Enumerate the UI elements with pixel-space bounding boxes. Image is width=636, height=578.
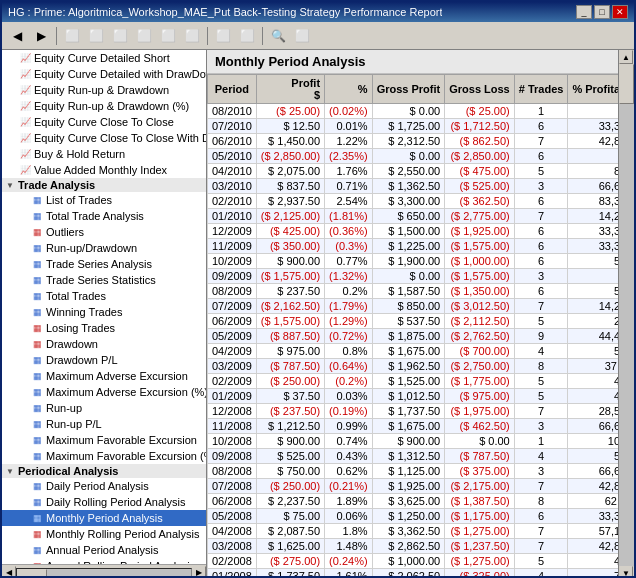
table-row: 04/2009$ 975.000.8%$ 1,675.00($ 700.00)4… [208, 344, 619, 359]
table-cell: 7 [514, 299, 568, 314]
sidebar-item-value-added[interactable]: 📈 Value Added Monthly Index [2, 162, 206, 178]
table-cell: $ 1,725.00 [372, 119, 445, 134]
table-cell: 12/2009 [208, 224, 257, 239]
toolbar-btn-3[interactable]: ⬜ [109, 25, 131, 47]
list-icon-21: ▦ [30, 527, 44, 541]
sidebar-item-equity-runup-pct[interactable]: 📈 Equity Run-up & Drawdown (%) [2, 98, 206, 114]
sidebar-item-equity-runup[interactable]: 📈 Equity Run-up & Drawdown [2, 82, 206, 98]
sidebar-item-label-4: Equity Run-up & Drawdown (%) [34, 100, 189, 112]
table-cell: 02/2010 [208, 194, 257, 209]
sidebar-item-drawdown-pl[interactable]: ▦ Drawdown P/L [2, 352, 206, 368]
sidebar-item-outliers[interactable]: ▦ Outliers [2, 224, 206, 240]
sidebar-item-monthly-rolling[interactable]: ▦ Monthly Rolling Period Analysis [2, 526, 206, 542]
table-cell: $ 237.50 [256, 284, 324, 299]
sidebar-item-label-pl: Drawdown P/L [46, 354, 118, 366]
sidebar-item-daily-rolling[interactable]: ▦ Daily Rolling Period Analysis [2, 494, 206, 510]
list-icon-11: ▦ [30, 353, 44, 367]
data-table-container[interactable]: Period Profit$ % Gross Profit Gross Loss… [207, 74, 618, 578]
table-cell: $ 3,362.50 [372, 524, 445, 539]
sidebar-item-total-trade[interactable]: ▦ Total Trade Analysis [2, 208, 206, 224]
table-cell: 14,29% [568, 299, 618, 314]
table-cell: 10/2009 [208, 254, 257, 269]
table-cell: ($ 2,112.50) [445, 314, 515, 329]
close-button[interactable]: ✕ [612, 5, 628, 19]
table-cell: $ 0.00 [372, 104, 445, 119]
sidebar-item-trade-series-stats[interactable]: ▦ Trade Series Statistics [2, 272, 206, 288]
table-cell: ($ 425.00) [256, 224, 324, 239]
sidebar-item-monthly[interactable]: ▦ Monthly Period Analysis [2, 510, 206, 526]
toolbar-btn-9[interactable]: ⬜ [291, 25, 313, 47]
table-cell: $ 1,675.00 [372, 419, 445, 434]
table-cell: ($ 350.00) [256, 239, 324, 254]
toolbar-btn-4[interactable]: ⬜ [133, 25, 155, 47]
sidebar-item-mfe[interactable]: ▦ Maximum Favorable Excursion [2, 432, 206, 448]
sidebar-item-mae-pct[interactable]: ▦ Maximum Adverse Excursion (%) [2, 384, 206, 400]
title-bar: HG : Prime: Algoritmica_Workshop_MAE_Put… [2, 2, 634, 22]
table-cell: $ 0.00 [372, 269, 445, 284]
scroll-up-btn[interactable]: ▲ [619, 50, 633, 64]
vertical-scrollbar: ▲ ▼ [618, 50, 634, 578]
table-cell: ($ 1,712.50) [445, 119, 515, 134]
table-cell: 4 [514, 569, 568, 579]
toolbar-btn-6[interactable]: ⬜ [181, 25, 203, 47]
sidebar-item-label-winning: Winning Trades [46, 306, 122, 318]
forward-button[interactable]: ▶ [30, 25, 52, 47]
sidebar-item-equity-curve-drawdown[interactable]: 📈 Equity Curve Detailed with DrawDown [2, 66, 206, 82]
table-cell: ($ 2,850.00) [445, 149, 515, 164]
v-scroll-thumb[interactable] [619, 64, 634, 104]
scroll-thumb[interactable] [17, 569, 47, 577]
chart-icon-2: 📈 [18, 67, 32, 81]
sidebar-item-winning[interactable]: ▦ Winning Trades [2, 304, 206, 320]
toolbar-btn-7[interactable]: ⬜ [212, 25, 234, 47]
list-icon-8: ▦ [30, 305, 44, 319]
table-cell: 2.54% [325, 194, 373, 209]
table-cell: 09/2009 [208, 269, 257, 284]
sidebar-item-mfe-pct[interactable]: ▦ Maximum Favorable Excursion (%) [2, 448, 206, 464]
search-button[interactable]: 🔍 [267, 25, 289, 47]
sidebar-item-list-trades[interactable]: ▦ List of Trades [2, 192, 206, 208]
sidebar-item-equity-close[interactable]: 📈 Equity Curve Close To Close [2, 114, 206, 130]
table-cell: $ 12.50 [256, 119, 324, 134]
monthly-analysis-table: Period Profit$ % Gross Profit Gross Loss… [207, 74, 618, 578]
sidebar-item-label-outliers: Outliers [46, 226, 84, 238]
sidebar-item-label-5: Equity Curve Close To Close [34, 116, 174, 128]
table-cell: $ 1,125.00 [372, 464, 445, 479]
table-row: 03/2009($ 787.50)(0.64%)$ 1,962.50($ 2,7… [208, 359, 619, 374]
table-cell: ($ 475.00) [445, 164, 515, 179]
section-trade-analysis[interactable]: ▼ Trade Analysis [2, 178, 206, 192]
sidebar-item-drawdown[interactable]: ▦ Drawdown [2, 336, 206, 352]
section-periodical[interactable]: ▼ Periodical Analysis [2, 464, 206, 478]
scroll-right-btn[interactable]: ▶ [192, 566, 206, 579]
table-cell: (1.79%) [325, 299, 373, 314]
sidebar-item-equity-close-drawdown[interactable]: 📈 Equity Curve Close To Close With Drawd… [2, 130, 206, 146]
sidebar-item-runup-drawdown[interactable]: ▦ Run-up/Drawdown [2, 240, 206, 256]
sidebar-item-mae[interactable]: ▦ Maximum Adverse Excursion [2, 368, 206, 384]
table-cell: 6 [514, 149, 568, 164]
table-cell: 11/2009 [208, 239, 257, 254]
sidebar-item-trade-series[interactable]: ▦ Trade Series Analysis [2, 256, 206, 272]
table-cell: (0.36%) [325, 224, 373, 239]
toolbar-btn-1[interactable]: ⬜ [61, 25, 83, 47]
sidebar-item-annual[interactable]: ▦ Annual Period Analysis [2, 542, 206, 558]
table-cell: 7 [514, 134, 568, 149]
sidebar-item-total-trades[interactable]: ▦ Total Trades [2, 288, 206, 304]
table-cell: 03/2008 [208, 539, 257, 554]
toolbar-btn-8[interactable]: ⬜ [236, 25, 258, 47]
sidebar-item-equity-curve-short[interactable]: 📈 Equity Curve Detailed Short [2, 50, 206, 66]
minimize-button[interactable]: _ [576, 5, 592, 19]
table-row: 06/2008$ 2,237.501.89%$ 3,625.00($ 1,387… [208, 494, 619, 509]
chart-icon: 📈 [18, 51, 32, 65]
sidebar-item-runup-pl[interactable]: ▦ Run-up P/L [2, 416, 206, 432]
sidebar-item-buy-hold[interactable]: 📈 Buy & Hold Return [2, 146, 206, 162]
sidebar-item-daily[interactable]: ▦ Daily Period Analysis [2, 478, 206, 494]
sidebar-item-losing[interactable]: ▦ Losing Trades [2, 320, 206, 336]
table-cell: 08/2010 [208, 104, 257, 119]
toolbar-btn-2[interactable]: ⬜ [85, 25, 107, 47]
toolbar-btn-5[interactable]: ⬜ [157, 25, 179, 47]
scroll-left-btn[interactable]: ◀ [2, 566, 16, 579]
scroll-down-btn[interactable]: ▼ [619, 566, 633, 578]
maximize-button[interactable]: □ [594, 5, 610, 19]
table-row: 07/2009($ 2,162.50)(1.79%)$ 850.00($ 3,0… [208, 299, 619, 314]
sidebar-item-runup2[interactable]: ▦ Run-up [2, 400, 206, 416]
back-button[interactable]: ◀ [6, 25, 28, 47]
